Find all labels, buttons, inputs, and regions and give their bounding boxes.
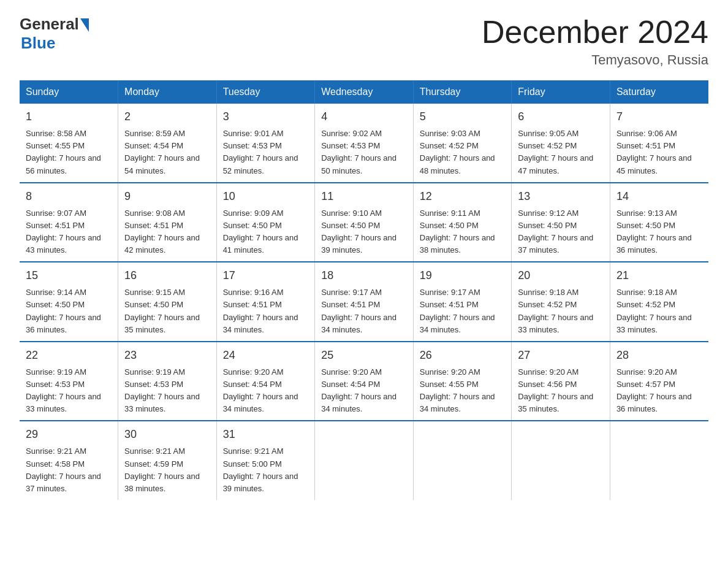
- calendar-day-cell: 30Sunrise: 9:21 AMSunset: 4:59 PMDayligh…: [118, 421, 217, 500]
- day-info: Sunrise: 9:12 AMSunset: 4:50 PMDaylight:…: [518, 209, 593, 255]
- day-number: 10: [223, 188, 309, 205]
- day-number: 19: [420, 267, 506, 284]
- calendar-week-row: 22Sunrise: 9:19 AMSunset: 4:53 PMDayligh…: [20, 342, 708, 421]
- day-number: 23: [124, 347, 210, 364]
- location-label: Temyasovo, Russia: [482, 52, 708, 68]
- calendar-day-cell: [315, 421, 414, 500]
- day-number: 17: [223, 267, 309, 284]
- weekday-header-thursday: Thursday: [413, 80, 512, 104]
- day-info: Sunrise: 9:21 AMSunset: 4:59 PMDaylight:…: [124, 446, 200, 492]
- day-info: Sunrise: 9:20 AMSunset: 4:54 PMDaylight:…: [223, 367, 298, 413]
- calendar-day-cell: 19Sunrise: 9:17 AMSunset: 4:51 PMDayligh…: [413, 262, 512, 342]
- day-info: Sunrise: 9:02 AMSunset: 4:53 PMDaylight:…: [321, 129, 396, 175]
- day-number: 11: [321, 188, 407, 205]
- calendar-day-cell: 3Sunrise: 9:01 AMSunset: 4:53 PMDaylight…: [216, 104, 315, 183]
- calendar-day-cell: 26Sunrise: 9:20 AMSunset: 4:55 PMDayligh…: [413, 342, 512, 421]
- day-info: Sunrise: 9:21 AMSunset: 4:58 PMDaylight:…: [26, 446, 101, 492]
- day-info: Sunrise: 9:16 AMSunset: 4:51 PMDaylight:…: [223, 288, 298, 334]
- day-info: Sunrise: 9:17 AMSunset: 4:51 PMDaylight:…: [321, 288, 396, 334]
- calendar-day-cell: 28Sunrise: 9:20 AMSunset: 4:57 PMDayligh…: [610, 342, 708, 421]
- calendar-week-row: 8Sunrise: 9:07 AMSunset: 4:51 PMDaylight…: [20, 183, 708, 262]
- calendar-day-cell: 11Sunrise: 9:10 AMSunset: 4:50 PMDayligh…: [315, 183, 414, 262]
- calendar-day-cell: 15Sunrise: 9:14 AMSunset: 4:50 PMDayligh…: [20, 262, 118, 342]
- day-info: Sunrise: 9:09 AMSunset: 4:50 PMDaylight:…: [223, 209, 298, 255]
- day-number: 26: [420, 347, 506, 364]
- calendar-day-cell: 25Sunrise: 9:20 AMSunset: 4:54 PMDayligh…: [315, 342, 414, 421]
- day-number: 3: [223, 109, 309, 125]
- day-number: 2: [124, 109, 210, 125]
- day-info: Sunrise: 9:03 AMSunset: 4:52 PMDaylight:…: [420, 129, 495, 175]
- weekday-header-wednesday: Wednesday: [315, 80, 414, 104]
- calendar-week-row: 15Sunrise: 9:14 AMSunset: 4:50 PMDayligh…: [20, 262, 708, 342]
- calendar-day-cell: [413, 421, 512, 500]
- day-info: Sunrise: 9:06 AMSunset: 4:51 PMDaylight:…: [616, 129, 692, 175]
- calendar-table: SundayMondayTuesdayWednesdayThursdayFrid…: [20, 80, 708, 500]
- day-number: 18: [321, 267, 407, 284]
- weekday-header-tuesday: Tuesday: [216, 80, 315, 104]
- weekday-header-sunday: Sunday: [20, 80, 118, 104]
- calendar-day-cell: 23Sunrise: 9:19 AMSunset: 4:53 PMDayligh…: [118, 342, 217, 421]
- logo-triangle-icon: [80, 18, 89, 32]
- day-info: Sunrise: 9:20 AMSunset: 4:57 PMDaylight:…: [616, 367, 692, 413]
- day-number: 27: [518, 347, 604, 364]
- day-number: 21: [616, 267, 702, 284]
- day-info: Sunrise: 9:18 AMSunset: 4:52 PMDaylight:…: [518, 288, 593, 334]
- title-section: December 2024 Temyasovo, Russia: [482, 15, 708, 68]
- calendar-day-cell: 9Sunrise: 9:08 AMSunset: 4:51 PMDaylight…: [118, 183, 217, 262]
- day-info: Sunrise: 9:17 AMSunset: 4:51 PMDaylight:…: [420, 288, 495, 334]
- calendar-day-cell: 16Sunrise: 9:15 AMSunset: 4:50 PMDayligh…: [118, 262, 217, 342]
- day-number: 20: [518, 267, 604, 284]
- calendar-week-row: 1Sunrise: 8:58 AMSunset: 4:55 PMDaylight…: [20, 104, 708, 183]
- day-number: 16: [124, 267, 210, 284]
- day-info: Sunrise: 9:13 AMSunset: 4:50 PMDaylight:…: [616, 209, 692, 255]
- logo-general-text: General: [20, 15, 79, 34]
- calendar-day-cell: 24Sunrise: 9:20 AMSunset: 4:54 PMDayligh…: [216, 342, 315, 421]
- day-info: Sunrise: 9:08 AMSunset: 4:51 PMDaylight:…: [124, 209, 200, 255]
- day-info: Sunrise: 9:10 AMSunset: 4:50 PMDaylight:…: [321, 209, 396, 255]
- day-number: 12: [420, 188, 506, 205]
- calendar-day-cell: 6Sunrise: 9:05 AMSunset: 4:52 PMDaylight…: [512, 104, 610, 183]
- day-info: Sunrise: 8:58 AMSunset: 4:55 PMDaylight:…: [26, 129, 101, 175]
- day-info: Sunrise: 9:20 AMSunset: 4:55 PMDaylight:…: [420, 367, 495, 413]
- day-number: 31: [223, 426, 309, 443]
- calendar-day-cell: 31Sunrise: 9:21 AMSunset: 5:00 PMDayligh…: [216, 421, 315, 500]
- day-number: 29: [26, 426, 112, 443]
- day-info: Sunrise: 9:05 AMSunset: 4:52 PMDaylight:…: [518, 129, 593, 175]
- calendar-day-cell: 5Sunrise: 9:03 AMSunset: 4:52 PMDaylight…: [413, 104, 512, 183]
- calendar-day-cell: 7Sunrise: 9:06 AMSunset: 4:51 PMDaylight…: [610, 104, 708, 183]
- calendar-day-cell: 8Sunrise: 9:07 AMSunset: 4:51 PMDaylight…: [20, 183, 118, 262]
- day-info: Sunrise: 9:18 AMSunset: 4:52 PMDaylight:…: [616, 288, 692, 334]
- day-info: Sunrise: 9:21 AMSunset: 5:00 PMDaylight:…: [223, 446, 298, 492]
- day-info: Sunrise: 9:14 AMSunset: 4:50 PMDaylight:…: [26, 288, 101, 334]
- calendar-day-cell: 12Sunrise: 9:11 AMSunset: 4:50 PMDayligh…: [413, 183, 512, 262]
- day-number: 13: [518, 188, 604, 205]
- day-number: 22: [26, 347, 112, 364]
- day-info: Sunrise: 9:19 AMSunset: 4:53 PMDaylight:…: [26, 367, 101, 413]
- day-info: Sunrise: 8:59 AMSunset: 4:54 PMDaylight:…: [124, 129, 200, 175]
- calendar-day-cell: [512, 421, 610, 500]
- day-number: 30: [124, 426, 210, 443]
- calendar-day-cell: 13Sunrise: 9:12 AMSunset: 4:50 PMDayligh…: [512, 183, 610, 262]
- day-number: 14: [616, 188, 702, 205]
- calendar-day-cell: 10Sunrise: 9:09 AMSunset: 4:50 PMDayligh…: [216, 183, 315, 262]
- day-number: 8: [26, 188, 112, 205]
- calendar-day-cell: 1Sunrise: 8:58 AMSunset: 4:55 PMDaylight…: [20, 104, 118, 183]
- weekday-header-friday: Friday: [512, 80, 610, 104]
- calendar-week-row: 29Sunrise: 9:21 AMSunset: 4:58 PMDayligh…: [20, 421, 708, 500]
- calendar-day-cell: 14Sunrise: 9:13 AMSunset: 4:50 PMDayligh…: [610, 183, 708, 262]
- calendar-day-cell: 17Sunrise: 9:16 AMSunset: 4:51 PMDayligh…: [216, 262, 315, 342]
- logo-blue-text: Blue: [21, 34, 55, 53]
- weekday-header-saturday: Saturday: [610, 80, 708, 104]
- day-number: 4: [321, 109, 407, 125]
- day-number: 24: [223, 347, 309, 364]
- day-number: 15: [26, 267, 112, 284]
- calendar-day-cell: 2Sunrise: 8:59 AMSunset: 4:54 PMDaylight…: [118, 104, 217, 183]
- day-info: Sunrise: 9:20 AMSunset: 4:54 PMDaylight:…: [321, 367, 396, 413]
- day-info: Sunrise: 9:11 AMSunset: 4:50 PMDaylight:…: [420, 209, 495, 255]
- weekday-header-monday: Monday: [118, 80, 217, 104]
- weekday-header-row: SundayMondayTuesdayWednesdayThursdayFrid…: [20, 80, 708, 104]
- month-title: December 2024: [482, 15, 708, 50]
- day-info: Sunrise: 9:15 AMSunset: 4:50 PMDaylight:…: [124, 288, 200, 334]
- day-info: Sunrise: 9:19 AMSunset: 4:53 PMDaylight:…: [124, 367, 200, 413]
- day-info: Sunrise: 9:20 AMSunset: 4:56 PMDaylight:…: [518, 367, 593, 413]
